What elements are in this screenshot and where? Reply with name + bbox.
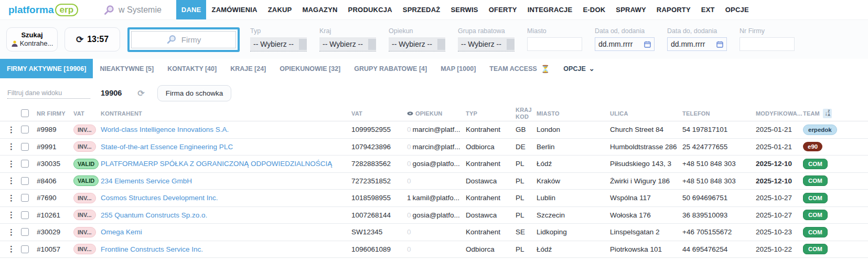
tab[interactable]: MAP [1000] ⏳ ⌄ xyxy=(434,59,483,78)
select-all-checkbox[interactable] xyxy=(21,109,29,117)
nav-item[interactable]: OPCJE xyxy=(720,0,754,19)
filter-select[interactable]: -- Wybierz -- xyxy=(389,37,445,51)
nav-item[interactable]: MAGAZYN xyxy=(297,0,342,19)
tab[interactable]: TEAM ACCESS ⏳ ⌄ xyxy=(483,59,556,78)
company-link[interactable]: Omega Kemi xyxy=(101,228,351,236)
nav-item[interactable]: SPRAWY xyxy=(610,0,651,19)
nav-item[interactable]: ZAMÓWIENIA xyxy=(206,0,262,19)
company-link[interactable]: World-class Intelligence Innovations S.A… xyxy=(101,126,351,133)
tab[interactable]: NIEAKTYWNE [5] ⏳ ⌄ xyxy=(93,59,160,78)
modyfikowany-cell: 2025-10-23 xyxy=(756,228,803,236)
row-checkbox[interactable] xyxy=(21,177,29,185)
filter-date-input[interactable]: dd.mm.rrrr xyxy=(595,37,655,51)
filter-view-input[interactable] xyxy=(7,87,90,99)
telefon-cell: 36 839510093 xyxy=(682,211,756,219)
refresh-time-button[interactable]: ⟳ 13:57 xyxy=(65,27,120,51)
filter-select[interactable]: -- Wybierz -- xyxy=(458,37,515,51)
kebab-menu-icon[interactable]: ⋮ xyxy=(7,142,21,151)
typ-cell: Odbiorca xyxy=(466,143,516,151)
col-typ[interactable]: TYP xyxy=(466,110,516,117)
filter-select[interactable]: -- Wybierz -- xyxy=(250,37,307,51)
kebab-menu-icon[interactable]: ⋮ xyxy=(7,159,21,169)
col-vat-status[interactable]: VAT xyxy=(73,110,101,117)
team-badge: COM xyxy=(803,244,828,254)
tab[interactable]: GRUPY RABATOWE [4] ⏳ ⌄ xyxy=(347,59,434,78)
tab-label: GRUPY RABATOWE [4] xyxy=(354,65,427,73)
col-modyfikowany[interactable]: MODYFIKOWA... xyxy=(756,110,803,117)
row-checkbox[interactable] xyxy=(21,194,29,202)
nav-item[interactable]: SERWIS xyxy=(445,0,483,19)
row-checkbox[interactable] xyxy=(21,126,29,133)
vat-status-badge: INV... xyxy=(73,227,96,237)
filter-select[interactable]: -- Wybierz -- xyxy=(319,37,376,51)
row-checkbox[interactable] xyxy=(21,245,29,253)
nav-item[interactable]: OFERTY xyxy=(484,0,522,19)
vat-status-badge: INV... xyxy=(73,125,96,135)
kebab-menu-icon[interactable]: ⋮ xyxy=(7,244,21,254)
company-link[interactable]: Cosmos Structures Development Inc. xyxy=(101,194,351,202)
nav-item[interactable]: RAPORTY xyxy=(651,0,696,19)
table-row: ⋮ #10261 INV... 255 Quantum Constructs S… xyxy=(0,207,868,224)
company-link[interactable]: 255 Quantum Constructs Sp.zo.o. xyxy=(101,211,351,219)
tab[interactable]: FIRMY AKTYWNE [19906] ⏳ ⌄ xyxy=(0,59,93,78)
col-miasto[interactable]: MIASTO xyxy=(537,110,610,117)
system-search[interactable]: w Systemie xyxy=(103,0,162,19)
opiekun-cell: 1kamil@platfo... xyxy=(407,194,466,202)
nav-item[interactable]: PRODUKCJA xyxy=(343,0,398,19)
col-nr-firmy[interactable]: NR FIRMY xyxy=(37,110,73,117)
company-link[interactable]: PLATFORMAERP SPÓŁKA Z OGRANICZONĄ ODPOWI… xyxy=(101,160,351,168)
company-to-clipboard-button[interactable]: Firma do schowka xyxy=(157,85,232,101)
col-ulica[interactable]: ULICA xyxy=(610,110,682,117)
ulica-cell: Linspelsgatan 2 xyxy=(610,228,682,236)
company-link[interactable]: Frontline Constructs Service Inc. xyxy=(101,245,351,253)
search-contractor-button[interactable]: Szukaj Kontrahe... xyxy=(6,27,58,51)
kebab-menu-icon[interactable]: ⋮ xyxy=(7,125,21,134)
kebab-menu-icon[interactable]: ⋮ xyxy=(7,193,21,203)
refresh-icon[interactable]: ⟳ xyxy=(137,88,144,98)
col-kraj-kod[interactable]: KRAJ KOD xyxy=(516,107,537,120)
main-menu: DANE ZAMÓWIENIA ZAKUP MAGAZYN PRODUKCJA … xyxy=(176,0,754,19)
eye-icon xyxy=(407,111,413,116)
tab[interactable]: KONTAKTY [40] ⏳ ⌄ xyxy=(160,59,223,78)
opiekun-email: gosia@platfo... xyxy=(413,211,460,219)
tab[interactable]: OPIEKUNOWIE [32] ⏳ ⌄ xyxy=(273,59,347,78)
modyfikowany-cell: 2025-10-27 xyxy=(756,211,803,219)
search-icon xyxy=(166,34,177,45)
tab[interactable]: KRAJE [24] ⏳ ⌄ xyxy=(223,59,273,78)
row-checkbox[interactable] xyxy=(21,211,29,219)
filter-label: Typ xyxy=(250,27,307,35)
kebab-menu-icon[interactable]: ⋮ xyxy=(7,176,21,185)
chevron-down-icon xyxy=(437,39,445,50)
filter-text-input[interactable] xyxy=(527,37,582,51)
row-checkbox[interactable] xyxy=(21,160,29,168)
filter-text-input[interactable] xyxy=(740,37,795,51)
vat-status-badge: INV... xyxy=(73,141,96,152)
filter-date-input[interactable]: dd.mm.rrrr xyxy=(667,37,727,51)
row-checkbox[interactable] xyxy=(21,143,29,151)
col-vat[interactable]: VAT xyxy=(351,110,407,117)
nav-item[interactable]: E-DOK xyxy=(577,0,610,19)
col-kontrahent[interactable]: KONTRAHENT xyxy=(101,110,351,117)
nav-item[interactable]: ZAKUP xyxy=(263,0,297,19)
nav-item[interactable]: EXT xyxy=(696,0,720,19)
miasto-cell: Berlin xyxy=(537,143,610,151)
nav-item[interactable]: SPRZEDAŻ xyxy=(398,0,446,19)
col-opiekun[interactable]: OPIEKUN xyxy=(407,110,466,117)
kebab-menu-icon[interactable]: ⋮ xyxy=(7,227,21,237)
modyfikowany-cell: 2025-12-10 xyxy=(756,160,803,168)
company-link[interactable]: 234 Elements Service GmbH xyxy=(101,177,351,185)
toolbar: Szukaj Kontrahe... ⟳ 13:57 Firmy Typ -- … xyxy=(0,20,868,59)
col-telefon[interactable]: TELEFON xyxy=(682,110,756,117)
company-link[interactable]: State-of-the-art Essence Engineering PLC xyxy=(101,143,351,151)
nav-item[interactable]: INTEGRACJE xyxy=(522,0,578,19)
tab[interactable]: OPCJE ⏳ ⌄ xyxy=(556,59,601,78)
app-logo[interactable]: platformaerp xyxy=(8,0,78,19)
col-team[interactable]: TEAM ↓ ZA xyxy=(803,109,864,118)
row-checkbox[interactable] xyxy=(21,228,29,236)
kebab-menu-icon[interactable]: ⋮ xyxy=(7,210,21,220)
nav-item[interactable]: DANE xyxy=(176,0,207,19)
sort-icon[interactable]: ↓ ZA xyxy=(823,109,832,118)
main-search-box[interactable]: Firmy xyxy=(127,27,240,52)
actions-row: 19906 ⟳ Firma do schowka xyxy=(0,82,868,104)
team-badge: COM xyxy=(803,175,828,186)
